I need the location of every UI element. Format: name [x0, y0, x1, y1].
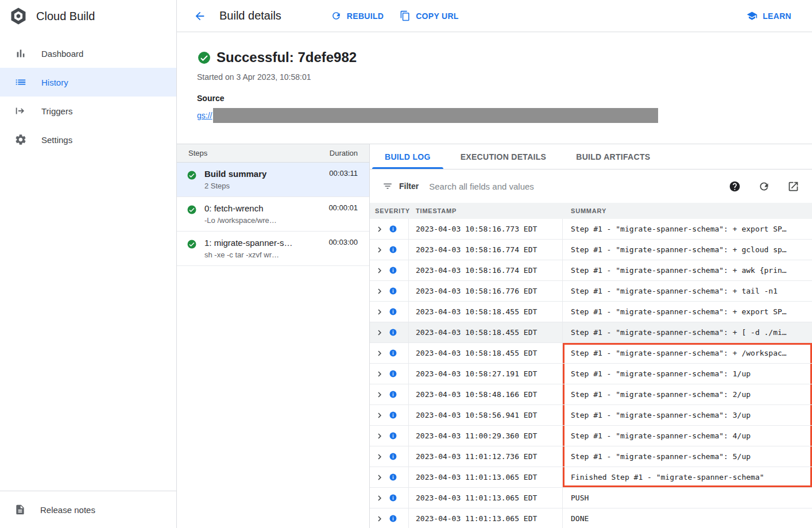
sidebar-item-dashboard[interactable]: Dashboard [0, 39, 176, 68]
sidebar-item-label: Settings [41, 135, 72, 145]
expand-chevron-icon[interactable] [374, 327, 385, 338]
refresh-log-button[interactable] [758, 180, 770, 192]
log-row: 2023-04-03 11:01:13.065 EDT DONE [370, 508, 812, 528]
expand-chevron-icon[interactable] [374, 265, 385, 276]
tab-build-log[interactable]: BUILD LOG [370, 144, 446, 169]
rebuild-button[interactable]: REBUILD [323, 6, 392, 26]
cloud-build-app: Cloud Build Dashboard History Triggers [0, 0, 812, 528]
step-row-1-migrate-spanner-s[interactable]: 1: migrate-spanner-s… sh -xe -c tar -xzv… [177, 232, 369, 266]
expand-chevron-icon[interactable] [374, 431, 385, 441]
log-row: 2023-04-03 10:58:27.191 EDT Step #1 - "m… [370, 364, 812, 384]
steps-column-header: Steps [188, 149, 207, 157]
log-row: 2023-04-03 11:01:13.065 EDT PUSH [370, 488, 812, 508]
log-severity-cell [370, 467, 409, 487]
filter-icon [382, 181, 393, 191]
log-summary: Step #1 - "migrate-spanner-schema": 4/up [563, 426, 812, 446]
tab-label: EXECUTION DETAILS [461, 152, 547, 161]
dashboard-icon [14, 47, 27, 60]
info-severity-icon [389, 452, 397, 461]
log-timestamp: 2023-04-03 10:58:18.455 EDT [409, 343, 563, 363]
steps-panel: Steps Duration Build summary 2 Steps 00:… [177, 144, 370, 528]
success-check-icon [197, 51, 211, 65]
log-timestamp: 2023-04-03 10:58:18.455 EDT [409, 302, 563, 322]
filter-button[interactable]: Filter [382, 181, 419, 191]
log-timestamp: 2023-04-03 11:01:13.065 EDT [409, 467, 563, 487]
filter-bar: Filter [370, 169, 812, 203]
log-summary: PUSH [563, 488, 812, 508]
sidebar-item-settings[interactable]: Settings [0, 125, 176, 154]
sidebar-item-history[interactable]: History [0, 68, 176, 97]
info-severity-icon [389, 473, 397, 481]
tab-build-artifacts[interactable]: BUILD ARTIFACTS [561, 144, 665, 169]
expand-chevron-icon[interactable] [374, 514, 385, 524]
expand-chevron-icon[interactable] [374, 348, 385, 359]
log-summary: Step #1 - "migrate-spanner-schema": + gc… [563, 240, 812, 260]
learn-icon [747, 10, 757, 21]
info-severity-icon [389, 349, 397, 357]
log-row: 2023-04-03 10:58:16.774 EDT Step #1 - "m… [370, 240, 812, 260]
steps-panel-header: Steps Duration [177, 144, 369, 163]
log-severity-cell [370, 302, 409, 322]
log-row: 2023-04-03 10:58:18.455 EDT Step #1 - "m… [370, 322, 812, 343]
tab-execution-details[interactable]: EXECUTION DETAILS [446, 144, 562, 169]
expand-chevron-icon[interactable] [374, 245, 385, 255]
filter-label: Filter [399, 182, 419, 191]
help-button[interactable] [729, 180, 741, 192]
log-row: 2023-04-03 10:58:18.455 EDT Step #1 - "m… [370, 302, 812, 322]
step-subtitle: -Lo /workspace/wre… [204, 216, 321, 225]
build-status-line: Successful: 7defe982 [197, 49, 798, 65]
expand-chevron-icon[interactable] [374, 410, 385, 421]
learn-label: LEARN [763, 11, 791, 21]
info-severity-icon [389, 494, 397, 502]
release-notes-icon [14, 504, 26, 515]
step-duration: 00:03:11 [329, 169, 358, 190]
info-severity-icon [389, 411, 397, 419]
sidebar-item-triggers[interactable]: Triggers [0, 97, 176, 125]
step-title: 1: migrate-spanner-s… [204, 238, 321, 248]
log-row: 2023-04-03 10:58:16.774 EDT Step #1 - "m… [370, 260, 812, 281]
info-severity-icon [389, 390, 397, 399]
release-notes-label: Release notes [40, 505, 95, 515]
log-row: 2023-04-03 10:58:18.455 EDT Step #1 - "m… [370, 343, 812, 364]
log-row: 2023-04-03 11:00:29.360 EDT Step #1 - "m… [370, 426, 812, 446]
expand-chevron-icon[interactable] [374, 452, 385, 462]
expand-chevron-icon[interactable] [374, 224, 385, 234]
log-row: 2023-04-03 10:58:16.776 EDT Step #1 - "m… [370, 281, 812, 302]
expand-chevron-icon[interactable] [374, 307, 385, 317]
sidebar-nav: Dashboard History Triggers Settings [0, 32, 176, 154]
source-label: Source [197, 94, 798, 103]
sidebar-item-label: History [41, 78, 68, 87]
source-link[interactable]: gs:// [197, 111, 212, 120]
log-search-input[interactable] [429, 182, 714, 191]
expand-chevron-icon[interactable] [374, 369, 385, 379]
log-row: 2023-04-03 10:58:56.941 EDT Step #1 - "m… [370, 405, 812, 426]
release-notes-button[interactable]: Release notes [0, 491, 176, 528]
tab-label: BUILD ARTIFACTS [576, 152, 650, 161]
step-row-0-fetch-wrench[interactable]: 0: fetch-wrench -Lo /workspace/wre… 00:0… [177, 197, 369, 232]
log-severity-cell [370, 364, 409, 384]
step-success-check-icon [187, 205, 197, 225]
info-severity-icon [389, 307, 397, 316]
expand-chevron-icon[interactable] [374, 286, 385, 296]
log-severity-cell [370, 240, 409, 260]
log-severity-cell [370, 426, 409, 446]
step-row-build-summary[interactable]: Build summary 2 Steps 00:03:11 [177, 163, 369, 197]
log-summary: Step #1 - "migrate-spanner-schema": + aw… [563, 260, 812, 280]
learn-button[interactable]: LEARN [738, 6, 799, 26]
step-success-check-icon [187, 239, 197, 259]
back-button[interactable] [188, 5, 211, 28]
sidebar-header: Cloud Build [0, 0, 176, 32]
build-info: Successful: 7defe982 Started on 3 Apr 20… [177, 32, 812, 144]
sidebar: Cloud Build Dashboard History Triggers [0, 0, 177, 528]
expand-chevron-icon[interactable] [374, 493, 385, 503]
rebuild-label: REBUILD [347, 11, 384, 21]
open-in-new-button[interactable] [787, 180, 799, 192]
info-severity-icon [389, 287, 397, 295]
timestamp-column-header: TIMESTAMP [409, 207, 563, 214]
filter-bar-actions [729, 180, 799, 192]
log-timestamp: 2023-04-03 11:01:12.736 EDT [409, 446, 563, 467]
step-title: 0: fetch-wrench [204, 203, 321, 213]
expand-chevron-icon[interactable] [374, 390, 385, 400]
copy-url-button[interactable]: COPY URL [392, 6, 467, 26]
expand-chevron-icon[interactable] [374, 472, 385, 483]
